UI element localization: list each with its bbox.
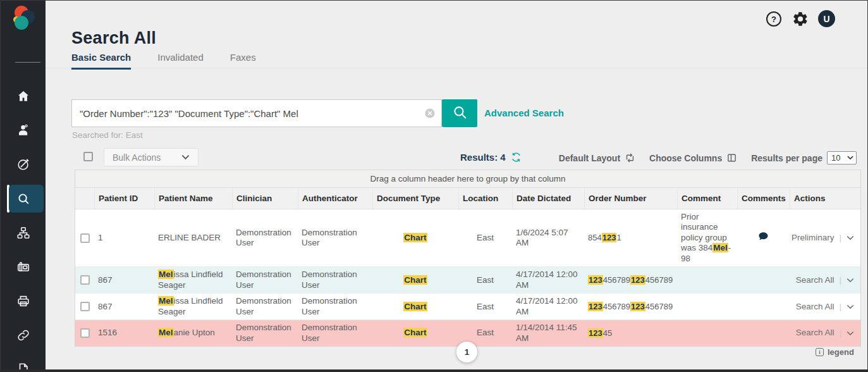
column-header-comment[interactable]: Comment [677, 188, 737, 209]
column-header-patient-name[interactable]: Patient Name [154, 188, 232, 209]
link-icon [16, 328, 30, 342]
results-per-page-label: Results per page [751, 153, 822, 163]
cell-patient-name: Melanie Upton [154, 325, 232, 340]
cell-actions: Search All| [790, 325, 862, 340]
row-action-link[interactable]: Search All [796, 302, 834, 312]
column-header-order-number[interactable]: Order Number [584, 188, 677, 209]
column-header-document-type[interactable]: Document Type [372, 188, 458, 209]
row-action-link[interactable]: Search All [796, 328, 834, 338]
comment-bubble-icon[interactable] [758, 231, 769, 244]
cell-comment: Prior insurance policy group was 384Mel-… [677, 209, 737, 266]
cell-clinician: Demonstration User [232, 294, 298, 319]
row-checkbox[interactable] [80, 275, 90, 285]
cell-patient-id: 867 [94, 299, 154, 314]
search-icon [16, 192, 30, 206]
row-checkbox[interactable] [80, 328, 90, 338]
bulk-actions-dropdown[interactable]: Bulk Actions [104, 148, 199, 166]
cell-location: East [458, 273, 512, 288]
columns-icon[interactable] [726, 152, 737, 163]
cell-patient-id: 867 [94, 273, 154, 288]
tab-basic-search[interactable]: Basic Search [71, 52, 131, 70]
row-actions-chevron-icon[interactable] [847, 235, 854, 240]
table-row: 867Melissa Lindfield SeagerDemonstration… [75, 267, 860, 294]
row-checkbox[interactable] [80, 233, 90, 243]
table-row: 1ERLINE BADERDemonstration UserDemonstra… [75, 209, 860, 267]
refresh-icon[interactable] [511, 152, 522, 163]
sidebar-item-printer[interactable] [1, 284, 46, 318]
search-term-highlight: Chart [403, 328, 427, 337]
search-button[interactable] [442, 99, 477, 127]
cell-order-number: 123456789123456789 [584, 273, 677, 288]
app-logo-icon[interactable] [9, 4, 38, 33]
tab-faxes[interactable]: Faxes [230, 52, 256, 70]
column-header-clinician[interactable]: Clinician [232, 188, 298, 209]
cell-actions: Preliminary| [790, 230, 862, 245]
column-header-authenticator[interactable]: Authenticator [298, 188, 372, 209]
cell-order-number: 8541231 [584, 230, 677, 245]
cell-document-type: Chart [372, 273, 458, 288]
cell-comments [737, 278, 790, 283]
row-action-link[interactable]: Search All [796, 275, 834, 285]
column-header-date-dictated[interactable]: Date Dictated [512, 188, 584, 209]
search-term-highlight: 123 [602, 233, 617, 242]
search-term-highlight: Mel [158, 296, 174, 306]
group-by-drop-zone[interactable]: Drag a column header here to group by th… [75, 170, 860, 188]
sidebar-item-sitemap[interactable] [1, 216, 46, 250]
sidebar-item-document[interactable] [1, 352, 46, 372]
cell-comments [737, 304, 790, 309]
info-icon: i [816, 348, 824, 356]
document-icon [16, 363, 30, 372]
tab-invalidated[interactable]: Invalidated [157, 52, 204, 70]
page-size-select[interactable]: 10 [827, 151, 857, 164]
page-title: Search All [71, 28, 156, 48]
cell-date-dictated: 4/17/2014 12:00 AM [512, 267, 584, 293]
page-size-value: 10 [831, 153, 840, 163]
pagination-page-1[interactable]: 1 [456, 342, 477, 363]
advanced-search-link[interactable]: Advanced Search [484, 108, 564, 118]
cell-clinician: Demonstration User [232, 267, 298, 293]
sidebar-item-clinician[interactable] [1, 113, 46, 147]
action-separator: | [839, 275, 841, 285]
clear-search-icon[interactable] [425, 108, 435, 118]
search-input[interactable] [71, 99, 442, 127]
gear-icon[interactable] [792, 11, 809, 27]
sidebar-item-dashboard[interactable] [1, 147, 46, 182]
row-actions-chevron-icon[interactable] [847, 278, 854, 283]
column-header-location[interactable]: Location [458, 188, 512, 209]
column-header-patient-id[interactable]: Patient ID [94, 188, 154, 209]
search-term-highlight: Chart [403, 275, 427, 285]
cell-authenticator: Demonstration User [298, 225, 372, 251]
cell-patient-name: Melissa Lindfield Seager [154, 267, 232, 293]
help-icon[interactable]: ? [766, 11, 782, 27]
user-avatar[interactable]: U [818, 10, 835, 27]
row-actions-chevron-icon[interactable] [847, 304, 854, 309]
sidebar-item-home[interactable] [1, 79, 46, 113]
printer-icon [16, 294, 30, 308]
search-term-highlight: 123 [588, 275, 603, 285]
cell-date-dictated: 1/6/2024 5:07 AM [512, 225, 584, 251]
cell-patient-id: 1516 [94, 325, 154, 340]
column-header-checkbox [75, 188, 94, 209]
default-layout-button[interactable]: Default Layout [559, 153, 620, 163]
row-action-link[interactable]: Preliminary [792, 233, 834, 243]
reset-layout-icon[interactable] [625, 152, 635, 163]
column-header-actions[interactable]: Actions [790, 188, 862, 209]
app-window: ? U Search All Basic Search Invalidated … [0, 0, 868, 372]
cell-order-number: 12345 [584, 326, 677, 341]
searched-for-text: Searched for: East [72, 130, 143, 140]
sidebar-item-fax[interactable] [1, 250, 46, 284]
column-header-comments[interactable]: Comments [737, 188, 790, 209]
cell-document-type: Chart [372, 299, 458, 314]
sidebar-item-search[interactable] [1, 182, 46, 216]
choose-columns-button[interactable]: Choose Columns [649, 153, 722, 163]
row-checkbox[interactable] [80, 302, 90, 311]
sidebar-item-link[interactable] [1, 318, 46, 352]
legend-button[interactable]: i legend [816, 347, 854, 357]
cell-date-dictated: 1/14/2014 11:45 AM [512, 320, 584, 346]
row-actions-chevron-icon[interactable] [847, 331, 854, 336]
results-count: Results: 4 [460, 152, 522, 163]
cell-location: East [458, 230, 512, 245]
cell-patient-name: Melissa Lindfield Seager [154, 294, 232, 319]
cell-actions: Search All| [790, 299, 862, 314]
select-all-checkbox[interactable] [83, 152, 93, 161]
